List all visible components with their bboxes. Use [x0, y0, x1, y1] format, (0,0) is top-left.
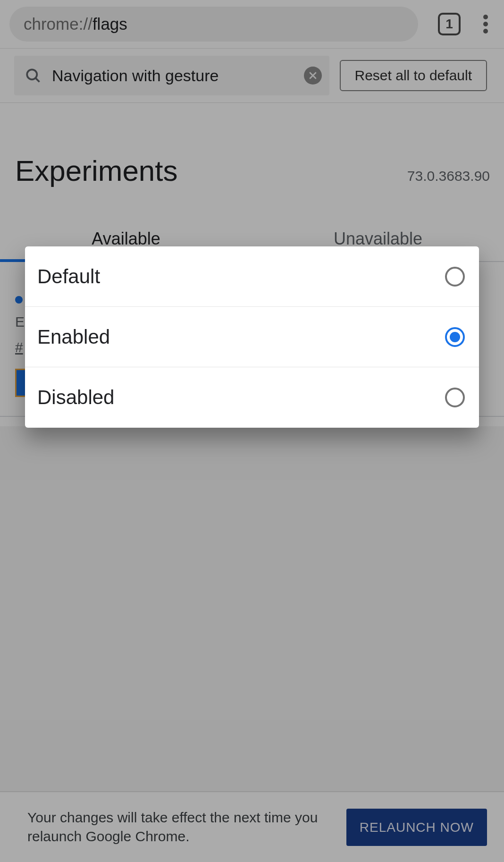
option-default[interactable]: Default	[25, 246, 479, 307]
radio-icon	[445, 388, 465, 407]
option-label: Default	[37, 265, 100, 288]
option-enabled[interactable]: Enabled	[25, 307, 479, 367]
option-label: Disabled	[37, 386, 114, 409]
flag-state-dialog: Default Enabled Disabled	[25, 246, 479, 428]
radio-selected-icon	[445, 327, 465, 347]
radio-icon	[445, 267, 465, 287]
modal-scrim[interactable]	[0, 0, 504, 862]
option-label: Enabled	[37, 326, 110, 348]
option-disabled[interactable]: Disabled	[25, 367, 479, 428]
